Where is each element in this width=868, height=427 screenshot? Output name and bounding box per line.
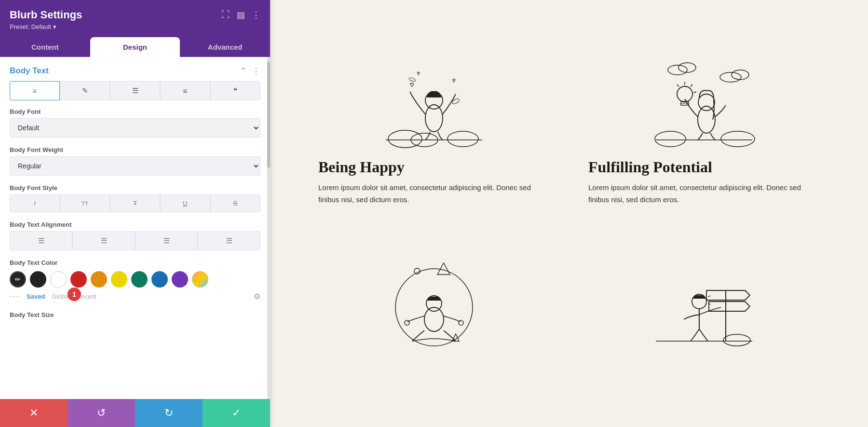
illustration-man-signpost — [588, 235, 820, 351]
text-align-group: ☰ ☰ ☰ ☰ — [10, 231, 260, 250]
svg-line-37 — [708, 296, 711, 297]
svg-point-33 — [459, 320, 463, 325]
strikethrough-btn[interactable]: S — [210, 194, 260, 212]
swatch-blue[interactable] — [151, 271, 168, 288]
swatch-gradient[interactable] — [192, 271, 208, 288]
tab-content[interactable]: Content — [0, 37, 90, 57]
body-font-select[interactable]: Default — [10, 118, 260, 138]
caps-btn[interactable]: T̶ — [110, 194, 160, 212]
more-swatches-btn[interactable]: ··· — [10, 291, 20, 302]
quote-btn[interactable]: ❝ — [210, 81, 260, 100]
card-body-being-happy: Lorem ipsum dolor sit amet, consectetur … — [318, 182, 550, 206]
body-text-section-header: Body Text ⌃ ⋮ — [0, 57, 270, 81]
scrollbar[interactable] — [267, 57, 270, 427]
svg-point-1 — [388, 130, 422, 148]
text-align-justify-btn[interactable]: ☰ — [198, 231, 260, 250]
redo-button[interactable]: ↻ — [135, 399, 203, 427]
cancel-button[interactable]: ✕ — [0, 399, 68, 427]
text-align-left-btn[interactable]: ☰ — [10, 231, 72, 250]
card-title-being-happy: Being Happy — [318, 158, 405, 176]
swatch-red[interactable] — [70, 271, 87, 288]
section-header-controls: ⌃ ⋮ — [240, 66, 260, 76]
body-text-section-title: Body Text — [10, 66, 49, 76]
color-swatch-row: ✏ — [10, 271, 260, 288]
panel-header: Blurb Settings ⛶ ▤ ⋮ Preset: Default ▾ — [0, 0, 270, 37]
blurb-card-meditation — [299, 220, 569, 408]
section-more-icon[interactable]: ⋮ — [252, 66, 260, 76]
body-font-weight-label: Body Font Weight — [0, 146, 270, 156]
svg-line-39 — [708, 303, 711, 304]
swatch-purple[interactable] — [172, 271, 188, 288]
illustration-meditating-man — [318, 235, 550, 351]
illustration-happy-woman: ♥ ♥ ♥ — [318, 34, 550, 150]
undo-button[interactable]: ↺ — [68, 399, 135, 427]
svg-text:♥: ♥ — [452, 77, 456, 83]
body-text-size-label: Body Text Size — [0, 306, 270, 321]
body-text-color-label: Body Text Color — [10, 259, 260, 271]
notification-badge: 1 — [68, 288, 81, 301]
svg-line-24 — [693, 92, 696, 93]
svg-point-40 — [723, 334, 750, 346]
card-title-fulfilling-potential: Fulfilling Potential — [588, 158, 712, 176]
body-font-label: Body Font — [0, 108, 270, 118]
swatch-black[interactable] — [30, 271, 46, 288]
svg-point-28 — [414, 268, 420, 274]
svg-point-19 — [698, 94, 715, 110]
settings-panel: Blurb Settings ⛶ ▤ ⋮ Preset: Default ▾ C… — [0, 0, 270, 427]
svg-point-32 — [405, 320, 409, 325]
svg-text:♥: ♥ — [410, 81, 414, 88]
illustration-woman-lightbulb — [588, 34, 820, 150]
underline-btn[interactable]: U — [160, 194, 210, 212]
fullscreen-icon[interactable]: ⛶ — [221, 10, 230, 20]
text-align-center-btn[interactable]: ☰ — [72, 231, 135, 250]
list-btn[interactable]: ☰ — [110, 81, 160, 100]
svg-point-12 — [655, 131, 686, 147]
swatch-teal[interactable] — [131, 271, 148, 288]
link-btn[interactable]: ✎ — [60, 81, 110, 100]
panel-body: Body Text ⌃ ⋮ ≡ ✎ ☰ ≡ ❝ Body Font Defaul… — [0, 57, 270, 427]
tab-design[interactable]: Design — [90, 37, 180, 57]
panel-title-row: Blurb Settings ⛶ ▤ ⋮ — [10, 9, 260, 21]
color-picker-btn[interactable]: ✏ — [10, 271, 26, 288]
body-font-weight-select[interactable]: Regular — [10, 156, 260, 176]
panel-header-icons: ⛶ ▤ ⋮ — [221, 10, 260, 20]
more-options-icon[interactable]: ⋮ — [252, 10, 260, 20]
body-text-alignment-label: Body Text Alignment — [0, 221, 270, 231]
body-text-color-section: Body Text Color ✏ ··· Saved Global Recen… — [0, 259, 270, 306]
swatch-orange[interactable] — [91, 271, 107, 288]
scrollbar-thumb[interactable] — [267, 62, 270, 168]
card-body-fulfilling-potential: Lorem ipsum dolor sit amet, consectetur … — [588, 182, 820, 206]
ordered-list-btn[interactable]: ≡ — [160, 81, 210, 100]
tab-advanced[interactable]: Advanced — [180, 37, 270, 57]
tab-bar: Content Design Advanced — [0, 37, 270, 57]
align-left-btn[interactable]: ≡ — [10, 81, 60, 100]
svg-point-16 — [720, 72, 741, 82]
svg-point-14 — [668, 65, 687, 75]
blurb-card-being-happy: ♥ ♥ ♥ Being Happy Lorem ipsum dolor sit … — [299, 19, 569, 220]
collapse-section-icon[interactable]: ⌃ — [240, 66, 247, 76]
text-align-right-btn[interactable]: ☰ — [135, 231, 198, 250]
preset-selector[interactable]: Preset: Default ▾ — [10, 23, 260, 30]
font-style-group: I TT T̶ U S — [10, 194, 260, 212]
svg-text:♥: ♥ — [417, 70, 420, 76]
color-settings-icon[interactable]: ⚙ — [254, 292, 260, 301]
swatch-white[interactable] — [50, 271, 67, 288]
panel-title: Blurb Settings — [10, 9, 82, 21]
blurb-card-direction — [569, 220, 839, 408]
save-button[interactable]: ✓ — [203, 399, 270, 427]
svg-line-23 — [691, 84, 692, 87]
italic-btn[interactable]: I — [10, 194, 60, 212]
body-font-style-label: Body Font Style — [0, 184, 270, 194]
svg-point-13 — [721, 131, 755, 147]
svg-point-3 — [448, 131, 478, 147]
small-caps-btn[interactable]: TT — [60, 194, 110, 212]
saved-color-tab[interactable]: Saved — [27, 293, 45, 300]
svg-line-25 — [677, 84, 679, 87]
color-tabs-row: ··· Saved Global Recent ⚙ — [10, 291, 260, 302]
collapse-icon[interactable]: ▤ — [237, 10, 245, 20]
blurb-card-fulfilling-potential: Fulfilling Potential Lorem ipsum dolor s… — [569, 19, 839, 220]
text-decoration-group: ≡ ✎ ☰ ≡ ❝ — [10, 81, 260, 100]
swatch-yellow[interactable] — [111, 271, 127, 288]
page-canvas: ♥ ♥ ♥ Being Happy Lorem ipsum dolor sit … — [270, 0, 868, 427]
action-bar: ✕ ↺ ↻ ✓ — [0, 399, 270, 427]
